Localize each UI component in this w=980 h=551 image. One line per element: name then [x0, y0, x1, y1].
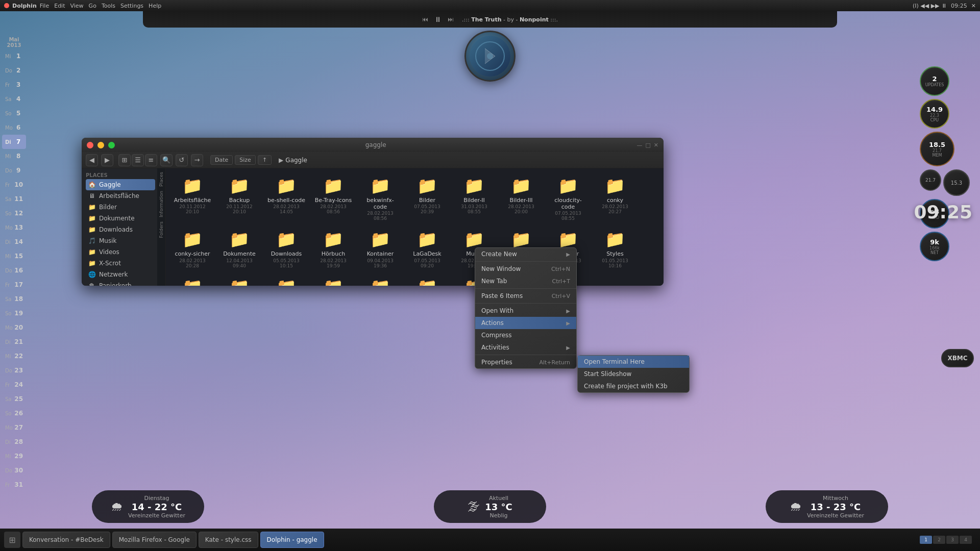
sidebar-item-musik[interactable]: 🎵 Musik — [86, 235, 155, 246]
ctx-new-window[interactable]: New Window Ctrl+N — [475, 263, 576, 275]
cal-day-5[interactable]: So5 — [2, 106, 26, 120]
cal-day-15[interactable]: Mi15 — [2, 249, 26, 263]
xbmc-button[interactable]: XBMC — [941, 349, 974, 367]
cal-day-22[interactable]: Mi22 — [2, 349, 26, 363]
cal-day-20[interactable]: Mo20 — [2, 320, 26, 335]
folder-conky-sicher[interactable]: 📁 conky-sicher 28.02.2013 20:28 — [170, 226, 215, 271]
folder-be-shell[interactable]: 📁 be-shell-code 28.02.2013 14:05 — [264, 172, 309, 224]
cal-day-27[interactable]: Mo27 — [2, 420, 26, 435]
cal-day-26[interactable]: So26 — [2, 406, 26, 420]
next-btn[interactable]: ⏭ — [448, 16, 454, 23]
cal-day-30[interactable]: Do30 — [2, 463, 26, 478]
folder-styles[interactable]: 📁 Styles 01.05.2013 10:16 — [593, 226, 638, 271]
cal-day-23[interactable]: Do23 — [2, 363, 26, 378]
forward-btn[interactable]: ▶ — [101, 154, 113, 166]
cal-day-8[interactable]: Mi8 — [2, 149, 26, 163]
folder-bekwinfx[interactable]: 📁 bekwinfx-code 28.02.2013 08:56 — [358, 172, 403, 224]
folder-arbeitsflache[interactable]: 📁 Arbeitsfläche 20.11.2012 20:10 — [170, 172, 215, 224]
ctx-open-with[interactable]: Open With ▶ — [475, 305, 576, 317]
detail-view-btn[interactable]: ≡ — [145, 154, 157, 166]
ctx-properties[interactable]: Properties Alt+Return — [475, 356, 576, 368]
folder-bilder3[interactable]: 📁 Bilder-III 28.02.2013 20:00 — [499, 172, 544, 224]
fm-title-btn2[interactable]: □ — [645, 142, 650, 148]
taskbar-kate[interactable]: Kate - style.css — [199, 532, 258, 548]
cal-day-18[interactable]: Sa18 — [2, 292, 26, 306]
ctx-open-terminal[interactable]: Open Terminal Here — [578, 356, 689, 368]
cal-day-24[interactable]: Fr24 — [2, 378, 26, 392]
cal-day-6[interactable]: Mo6 — [2, 120, 26, 135]
back-btn[interactable]: ◀ — [86, 154, 98, 166]
sidebar-item-downloads[interactable]: 📁 Downloads — [86, 224, 155, 235]
cal-day-12[interactable]: So12 — [2, 206, 26, 220]
bookmark-btn[interactable]: → — [191, 154, 203, 166]
ctx-compress[interactable]: Compress — [475, 329, 576, 341]
sort-size-btn[interactable]: Size — [235, 155, 256, 165]
folder-bilder2[interactable]: 📁 Bilder-II 31.03.2013 08:55 — [452, 172, 497, 224]
search-btn[interactable]: 🔍 — [160, 154, 173, 166]
folder-videos[interactable]: 📁 Videos 20.04.2013 15:28 — [264, 273, 309, 286]
top-close-icon[interactable]: ✕ — [971, 3, 976, 9]
pause-btn[interactable]: ⏸ — [434, 15, 442, 23]
menu-edit[interactable]: Edit — [54, 3, 65, 9]
cal-day-19[interactable]: So19 — [2, 306, 26, 320]
folder-tellico[interactable]: 📁 Tellico 17.10.2012 13:46 — [170, 273, 215, 286]
ctx-paste[interactable]: Paste 6 Items Ctrl+V — [475, 290, 576, 302]
cal-day-25[interactable]: Sa25 — [2, 392, 26, 406]
breadcrumb-gaggle[interactable]: Gaggle — [285, 157, 307, 164]
folder-kontainer[interactable]: 📁 Kontainer 09.04.2013 19:36 — [358, 226, 403, 271]
ctx-actions[interactable]: Actions ▶ Open Terminal Here Start Slide… — [475, 317, 576, 329]
sort-asc-btn[interactable]: ↑ — [258, 155, 272, 165]
cal-day-29[interactable]: Mi29 — [2, 449, 26, 463]
cal-day-today[interactable]: Di7 — [2, 135, 26, 149]
sidebar-item-gaggle[interactable]: 🏠 Gaggle — [86, 179, 155, 190]
fm-title-btn1[interactable]: — — [636, 142, 642, 148]
cal-day-16[interactable]: Do16 — [2, 263, 26, 278]
fm-max-btn[interactable] — [108, 142, 115, 148]
cal-day-14[interactable]: Di14 — [2, 235, 26, 249]
ctx-new-tab[interactable]: New Tab Ctrl+T — [475, 275, 576, 287]
fm-min-btn[interactable] — [97, 142, 104, 148]
sidebar-item-bilder[interactable]: 📁 Bilder — [86, 202, 155, 213]
cal-day-17[interactable]: Fr17 — [2, 278, 26, 292]
tab-information[interactable]: Information — [158, 189, 165, 219]
fm-close-btn[interactable] — [87, 142, 93, 148]
sidebar-item-netzwerk[interactable]: 🌐 Netzwerk — [86, 269, 155, 280]
folder-backup[interactable]: 📁 Backup 20.11.2012 20:10 — [217, 172, 262, 224]
folder-downloads[interactable]: 📁 Downloads 05.05.2013 10:15 — [264, 226, 309, 271]
sort-date-btn[interactable]: Date — [210, 155, 233, 165]
folder-be-tray[interactable]: 📁 Be-Tray-Icons 28.02.2013 08:56 — [311, 172, 356, 224]
folder-x-scrot[interactable]: 📁 X-Scrot 05.05.2013 13:18 — [405, 273, 450, 286]
menu-view[interactable]: View — [70, 3, 84, 9]
cal-day-4[interactable]: Sa4 — [2, 92, 26, 106]
cal-day-21[interactable]: Di21 — [2, 335, 26, 349]
ctx-create-k3b[interactable]: Create file project with K3b — [578, 380, 689, 392]
menu-settings[interactable]: Settings — [120, 3, 143, 9]
window-close-btn[interactable] — [4, 3, 9, 8]
folder-vboxshare[interactable]: 📁 VBoxShare 21.04.2013 13:45 — [217, 273, 262, 286]
cal-day-1[interactable]: Mi1 — [2, 49, 26, 63]
ctx-activities[interactable]: Activities ▶ — [475, 341, 576, 354]
taskbar-dolphin[interactable]: Dolphin - gaggle — [260, 532, 324, 548]
cal-day-31[interactable]: Fr31 — [2, 478, 26, 492]
menu-go[interactable]: Go — [89, 3, 96, 9]
cal-day-10[interactable]: Fr10 — [2, 178, 26, 192]
sidebar-item-arbeitsflache[interactable]: 🖥 Arbeitsfläche — [86, 190, 155, 202]
pager-2[interactable]: 2 — [933, 536, 945, 544]
sidebar-item-videos[interactable]: 📁 Videos — [86, 246, 155, 258]
cal-day-11[interactable]: Sa11 — [2, 192, 26, 206]
ctx-create-new[interactable]: Create New ▶ — [475, 248, 576, 260]
cal-day-13[interactable]: Mo13 — [2, 220, 26, 235]
pager-1[interactable]: 1 — [920, 536, 932, 544]
prev-btn[interactable]: ⏮ — [422, 16, 428, 23]
sidebar-item-papierkorb[interactable]: 🗑 Papierkorb — [86, 280, 155, 286]
folder-cloudcity[interactable]: 📁 cloudcity-code 07.05.2013 08:55 — [546, 172, 591, 224]
fm-title-btn3[interactable]: ✕ — [654, 142, 658, 148]
cal-day-2[interactable]: Do2 — [2, 63, 26, 78]
sidebar-item-dokumente[interactable]: 📁 Dokumente — [86, 213, 155, 224]
folder-bilder[interactable]: 📁 Bilder 07.05.2013 20:39 — [405, 172, 450, 224]
cal-day-9[interactable]: Do9 — [2, 163, 26, 178]
pager-4[interactable]: 4 — [960, 536, 972, 544]
taskbar-firefox[interactable]: Mozilla Firefox - Google — [112, 532, 197, 548]
grid-view-btn[interactable]: ⊞ — [118, 154, 131, 166]
menu-help[interactable]: Help — [149, 3, 161, 9]
